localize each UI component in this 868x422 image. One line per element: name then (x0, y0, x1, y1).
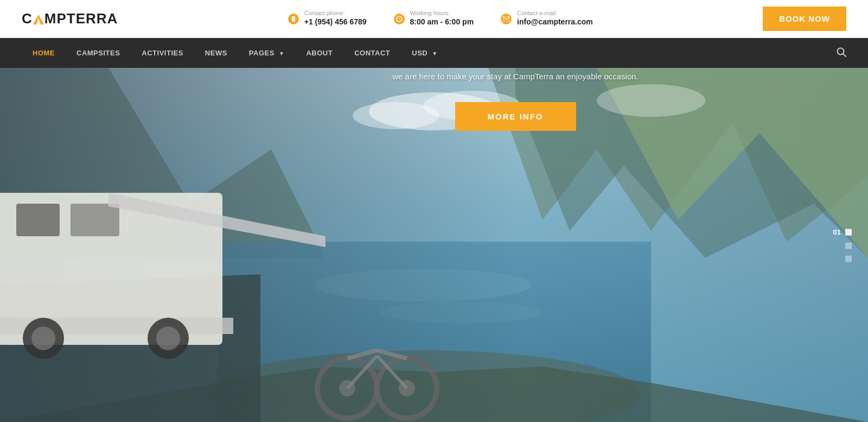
email-value: info@campterra.com (517, 17, 593, 28)
navbar: HOME CAMPSITES ACTIVITIES NEWS PAGES ▼ A… (0, 38, 868, 68)
email-icon (501, 14, 512, 24)
hero-content: Welcome to Campterra We are a family-ori… (0, 68, 868, 245)
nav-item-activities[interactable]: ACTIVITIES (131, 39, 194, 67)
clock-icon (394, 14, 405, 24)
top-bar: C MPTERRA Contact phone: +1 (954) 456 67… (0, 0, 868, 38)
hours-info: Working hours: 8:00 am - 6:00 pm (394, 10, 474, 28)
nav-link-campsites[interactable]: CAMPSITES (66, 39, 131, 67)
slide-1-number: 01 (833, 228, 841, 236)
nav-links: HOME CAMPSITES ACTIVITIES NEWS PAGES ▼ A… (22, 39, 449, 67)
phone-value: +1 (954) 456 6789 (304, 17, 367, 28)
nav-link-about[interactable]: ABOUT (295, 39, 343, 67)
search-icon[interactable] (837, 47, 846, 59)
hero-section: Welcome to Campterra We are a family-ori… (0, 68, 868, 422)
logo-text: C MPTERRA (22, 10, 118, 27)
hero-description: We are a family-oriented campground loca… (353, 68, 678, 83)
nav-item-usd[interactable]: USD ▼ (401, 39, 448, 67)
top-bar-info: Contact phone: +1 (954) 456 6789 Working… (288, 10, 593, 28)
slide-3-dot[interactable] (845, 256, 852, 262)
logo-tent-icon (33, 14, 44, 26)
phone-info: Contact phone: +1 (954) 456 6789 (288, 10, 367, 28)
hours-value: 8:00 am - 6:00 pm (410, 17, 474, 28)
hours-label: Working hours: (410, 10, 474, 17)
logo: C MPTERRA (22, 10, 118, 27)
nav-link-activities[interactable]: ACTIVITIES (131, 39, 194, 67)
nav-link-home[interactable]: HOME (22, 39, 66, 67)
nav-item-about[interactable]: ABOUT (295, 39, 343, 67)
email-label: Contact e-mail: (517, 10, 593, 17)
more-info-button[interactable]: MORE INFO (455, 102, 576, 131)
nav-link-news[interactable]: NEWS (194, 39, 238, 67)
book-now-button[interactable]: BOOK NOW (763, 7, 846, 31)
nav-link-contact[interactable]: CONTACT (343, 39, 401, 67)
svg-rect-3 (292, 21, 294, 21)
nav-item-pages[interactable]: PAGES ▼ (238, 39, 296, 67)
slide-indicators: 01 (833, 228, 852, 262)
usd-arrow-icon: ▼ (432, 51, 437, 56)
email-info: Contact e-mail: info@campterra.com (501, 10, 593, 28)
nav-item-contact[interactable]: CONTACT (343, 39, 401, 67)
svg-line-9 (843, 54, 846, 56)
phone-icon (288, 14, 299, 24)
nav-item-campsites[interactable]: CAMPSITES (66, 39, 131, 67)
phone-label: Contact phone: (304, 10, 367, 17)
slide-1-indicator[interactable]: 01 (833, 228, 852, 236)
nav-item-home[interactable]: HOME (22, 39, 66, 67)
nav-link-usd[interactable]: USD ▼ (401, 39, 448, 67)
nav-item-news[interactable]: NEWS (194, 39, 238, 67)
pages-arrow-icon: ▼ (279, 51, 284, 56)
nav-link-pages[interactable]: PAGES ▼ (238, 39, 296, 67)
slide-2-indicator[interactable] (845, 243, 852, 249)
svg-point-28 (156, 326, 180, 350)
svg-point-26 (31, 326, 55, 350)
slide-3-indicator[interactable] (845, 256, 852, 262)
slide-1-dot[interactable] (845, 229, 852, 235)
slide-2-dot[interactable] (845, 243, 852, 249)
